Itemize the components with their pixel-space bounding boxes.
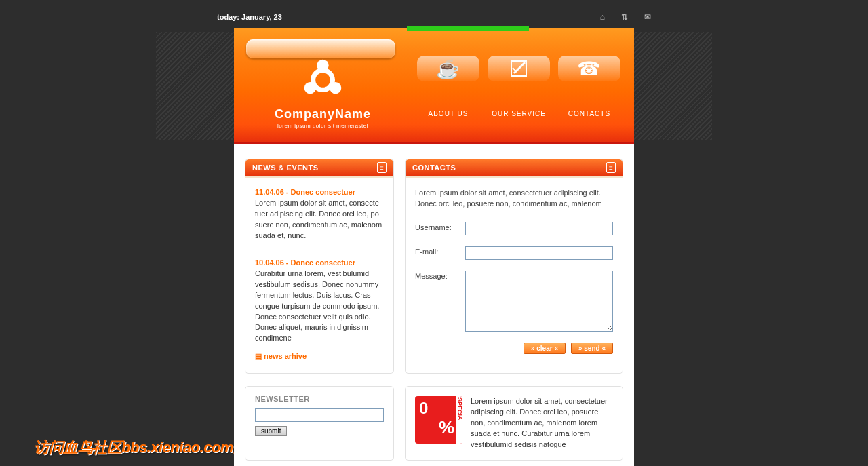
contacts-panel-title: CONTACTS [412,163,456,172]
email-input[interactable] [465,246,613,260]
nav-contacts[interactable]: ☎ CONTACTS [558,56,620,117]
main-nav: ☕ ABOUT US OUR SERVICE ☎ CONTACTS [417,56,620,117]
document-icon [606,162,616,173]
news-panel-header: NEWS & EVENTS [245,159,393,178]
send-button[interactable]: send [571,343,613,354]
message-label: Message: [415,271,465,280]
newsletter-panel: NEWSLETTER submit [245,386,394,461]
company-name: CompanyName [265,107,380,121]
top-icon-row: ⌂ ⇅ ✉ [600,12,651,22]
date-label: today: January, 23 [217,13,282,21]
promo-text: Lorem ipsum dolor sit amet, consectetuer… [471,396,613,450]
newsletter-email-input[interactable] [255,408,384,422]
contacts-panel: CONTACTS Lorem ipsum dolor sit amet, con… [405,159,623,374]
home-icon[interactable]: ⌂ [600,12,605,22]
nav-about-us[interactable]: ☕ ABOUT US [417,56,479,117]
svg-point-2 [304,82,316,94]
contacts-intro-text: Lorem ipsum dolor sit amet, consectetuer… [415,188,613,210]
svg-point-3 [330,82,341,94]
clear-button[interactable]: clear [524,343,566,354]
promo-panel: 0 % SPECIA Lorem ipsum dolor sit amet, c… [405,386,623,461]
username-label: Username: [415,222,465,231]
svg-point-1 [317,60,328,71]
nav-our-service[interactable]: OUR SERVICE [488,56,550,117]
message-textarea[interactable] [465,271,613,332]
logo-block[interactable]: CompanyName lorem ipsum dolor sit memera… [265,56,380,129]
newsletter-submit-button[interactable]: submit [255,426,287,436]
coffee-icon: ☕ [417,56,479,81]
news-item-headline: 11.04.06 - Donec consectuer [255,188,384,196]
sitemap-icon[interactable]: ⇅ [621,12,628,22]
news-archive-link[interactable]: news arhive [255,352,307,360]
contacts-panel-header: CONTACTS [406,159,623,178]
pencil-note-icon [488,56,550,81]
news-panel-title: NEWS & EVENTS [252,163,319,172]
document-icon [377,162,387,173]
divider [255,250,384,250]
discount-badge-icon: 0 % SPECIA [415,396,462,444]
news-item-body: Lorem ipsum dolor sit amet, consecte tue… [255,198,384,241]
mail-icon[interactable]: ✉ [644,12,651,22]
green-accent-bar [407,26,529,31]
svg-point-0 [313,71,333,90]
logo-emblem-icon [298,56,347,104]
username-input[interactable] [465,222,613,235]
news-item-headline: 10.04.06 - Donec consectuer [255,258,384,267]
phone-icon: ☎ [558,56,620,81]
header: CompanyName lorem ipsum dolor sit memera… [234,28,634,144]
nav-label: CONTACTS [558,110,620,117]
news-panel: NEWS & EVENTS 11.04.06 - Donec consectue… [245,159,394,374]
news-item-body: Curabitur urna lorem, vestibulumid vesti… [255,269,384,345]
email-label: E-mail: [415,246,465,256]
company-tagline: lorem ipsum dolor sit memerastel [265,123,380,129]
nav-label: ABOUT US [417,110,479,117]
newsletter-title: NEWSLETTER [245,387,393,408]
nav-label: OUR SERVICE [488,110,550,117]
